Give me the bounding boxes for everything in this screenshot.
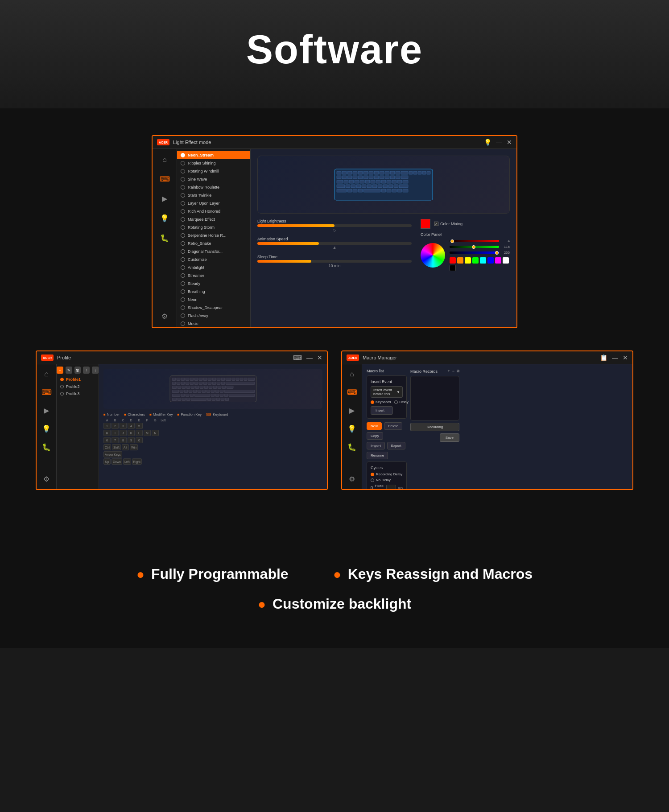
save-button[interactable]: Save (440, 433, 459, 442)
import-profile-button[interactable]: ↑ (83, 367, 90, 374)
effect-item-stars[interactable]: Stars Twinkle (177, 191, 250, 199)
minimize-icon[interactable]: — (496, 139, 502, 146)
tab-number[interactable]: ■ Number (103, 412, 120, 416)
effect-item-neon[interactable]: Neon (177, 296, 250, 304)
cycle-fixed-delay[interactable]: Fixed Delay ms (371, 484, 403, 490)
effect-item-customize[interactable]: Customize (177, 256, 250, 264)
effect-item-rich[interactable]: Rich And Honored (177, 207, 250, 215)
effect-item-ambilight[interactable]: Ambilight (177, 264, 250, 272)
key-ctrl[interactable]: Ctrl (103, 444, 111, 450)
key-down[interactable]: Down (112, 458, 122, 465)
profile-sidebar-macro[interactable]: 🐛 (40, 441, 53, 453)
sidebar-light-icon[interactable]: 💡 (158, 212, 171, 225)
profile-sidebar-home[interactable]: ⌂ (42, 368, 51, 380)
effect-item-marquee[interactable]: Marquee Effect (177, 215, 250, 223)
swatch-red[interactable] (450, 257, 456, 264)
sleep-time-track[interactable] (257, 260, 412, 263)
key-win[interactable]: Win (130, 444, 138, 450)
radio-delay[interactable]: Delay (394, 400, 408, 404)
key-shift[interactable]: Shift (112, 444, 121, 450)
swatch-magenta[interactable] (495, 257, 501, 264)
macro-sidebar-settings[interactable]: ⚙ (347, 473, 357, 486)
effect-item-steady[interactable]: Steady (177, 280, 250, 288)
profile-item-1[interactable]: Profile1 (57, 376, 99, 383)
effect-item-serpentine[interactable]: Serpentine Horse R... (177, 231, 250, 239)
close-icon[interactable]: ✕ (507, 139, 512, 146)
profile-minimize-icon[interactable]: — (306, 354, 313, 361)
macro-sidebar-home[interactable]: ⌂ (347, 368, 356, 380)
key-2[interactable]: 2 (112, 423, 119, 429)
effect-item-layer[interactable]: Layer Upon Layer (177, 199, 250, 207)
macro-copy-button[interactable]: Copy (367, 432, 383, 440)
tab-function[interactable]: ■ Function Key (178, 412, 202, 416)
macro-records-copy-icon[interactable]: ⧉ (457, 369, 459, 374)
r-slider-track[interactable] (450, 240, 499, 242)
macro-delete-button[interactable]: Delete (384, 422, 402, 430)
effect-item-flash[interactable]: Flash Away (177, 312, 250, 320)
profile-item-3[interactable]: Profile3 (57, 390, 99, 397)
key-j[interactable]: J (120, 430, 127, 436)
edit-profile-button[interactable]: ✎ (66, 367, 72, 374)
delay-input-field[interactable] (386, 485, 396, 490)
macro-sidebar-bug[interactable]: 🐛 (345, 441, 359, 453)
delete-profile-button[interactable]: 🗑 (74, 367, 81, 374)
animation-speed-track[interactable] (257, 242, 412, 245)
effect-item-music[interactable]: Music (177, 320, 250, 327)
macro-sidebar-light[interactable]: 💡 (345, 422, 359, 435)
profile-close-icon[interactable]: ✕ (317, 354, 322, 361)
sidebar-bug-icon[interactable]: 🐛 (158, 231, 171, 244)
swatch-cyan[interactable] (480, 257, 486, 264)
key-k[interactable]: K (128, 430, 135, 436)
swatch-white[interactable] (503, 257, 509, 264)
profile-item-2[interactable]: Profile2 (57, 383, 99, 390)
effect-item-neon-stream[interactable]: Neon_Stream (177, 151, 250, 159)
key-up[interactable]: Up (103, 458, 111, 465)
key-5[interactable]: 5 (136, 423, 143, 429)
sidebar-home-icon[interactable]: ⌂ (160, 153, 169, 166)
swatch-yellow[interactable] (465, 257, 471, 264)
effect-item-ripples[interactable]: Ripples Shining (177, 159, 250, 167)
effect-item-streamer[interactable]: Streamer (177, 272, 250, 280)
insert-event-select[interactable]: Insert event before this ▼ (371, 386, 403, 398)
swatch-orange[interactable] (457, 257, 463, 264)
effect-item-rainbow[interactable]: Rainbow Roulette (177, 183, 250, 191)
recording-button[interactable]: Recording (410, 423, 459, 431)
macro-import-button[interactable]: Import (367, 442, 385, 449)
key-left[interactable]: Left (123, 458, 131, 465)
macro-minimize-icon[interactable]: — (612, 354, 618, 361)
swatch-blue[interactable] (487, 257, 494, 264)
profile-sidebar-settings[interactable]: ⚙ (41, 473, 52, 486)
key-4[interactable]: 4 (128, 423, 135, 429)
radio-keyboard[interactable]: Keyboard (371, 400, 391, 404)
macro-sidebar-media[interactable]: ▶ (347, 404, 357, 417)
insert-button[interactable]: Insert (371, 406, 393, 415)
export-profile-button[interactable]: ↓ (92, 367, 99, 374)
bulb-icon[interactable]: 💡 (484, 139, 491, 146)
macro-sidebar-keyboard[interactable]: ⌨ (345, 386, 359, 399)
key-1[interactable]: 1 (103, 423, 111, 429)
key-right[interactable]: Right (132, 458, 142, 465)
key-0[interactable]: 0 (136, 437, 143, 443)
key-3[interactable]: 3 (120, 423, 127, 429)
key-7[interactable]: 7 (112, 437, 119, 443)
macro-rename-button[interactable]: Rename (367, 452, 388, 459)
effect-item-windmill[interactable]: Rotating Windmill (177, 167, 250, 175)
key-l[interactable]: L (136, 430, 143, 436)
macro-close-icon[interactable]: ✕ (623, 354, 628, 361)
effect-item-breathing[interactable]: Breathing (177, 288, 250, 296)
effect-item-diagonal[interactable]: Diagonal Transfor... (177, 247, 250, 256)
key-6[interactable]: 6 (103, 437, 111, 443)
sidebar-settings-icon[interactable]: ⚙ (159, 310, 170, 323)
effect-item-sine-wave[interactable]: Sine Wave (177, 175, 250, 183)
swatch-green[interactable] (472, 257, 479, 264)
macro-records-remove-icon[interactable]: − (452, 369, 454, 374)
b-slider-track[interactable] (450, 251, 499, 254)
cycle-no-delay[interactable]: No Delay (371, 478, 403, 482)
tab-modifier[interactable]: ■ Modifier Key (149, 412, 173, 416)
cycle-recording-delay[interactable]: Recording Delay (371, 472, 403, 476)
profile-sidebar-light[interactable]: 💡 (40, 422, 53, 435)
key-n[interactable]: N (152, 430, 159, 436)
g-slider-track[interactable] (450, 246, 499, 248)
profile-keyboard-icon[interactable]: ⌨ (293, 354, 302, 361)
effect-item-shadow[interactable]: Shadow_Disappear (177, 304, 250, 312)
